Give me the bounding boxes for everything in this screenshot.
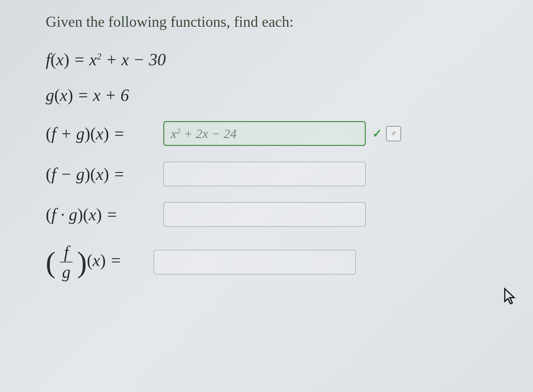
input-value-sum: x2 + 2x − 24 [171,126,237,141]
fraction-numerator: f [60,243,73,262]
cursor-icon [502,287,517,310]
answer-row-product: (f · g)(x) = [46,202,487,227]
checkmark-icon: ✓ [372,127,382,140]
input-f-plus-g[interactable]: x2 + 2x − 24 [163,121,366,146]
feedback-sum: ✓ ♂ [372,126,401,141]
input-f-over-g[interactable] [153,250,356,274]
question-prompt: Given the following functions, find each… [46,13,487,30]
function-f-definition: f(x) = x2 + x − 30 [46,50,487,69]
label-f-over-g: (fg)(x) = [46,243,147,282]
input-f-times-g[interactable] [163,202,366,227]
fraction-denominator: g [58,262,74,282]
answer-row-sum: (f + g)(x) = x2 + 2x − 24 ✓ ♂ [46,121,487,146]
feedback-badge[interactable]: ♂ [386,126,401,141]
answer-row-quotient: (fg)(x) = [46,243,487,282]
answer-row-diff: (f − g)(x) = [46,162,487,186]
label-f-times-g: (f · g)(x) = [46,205,157,224]
label-f-plus-g: (f + g)(x) = [46,124,157,143]
input-f-minus-g[interactable] [163,162,366,186]
function-g-definition: g(x) = x + 6 [46,86,487,105]
label-f-minus-g: (f − g)(x) = [46,165,157,184]
